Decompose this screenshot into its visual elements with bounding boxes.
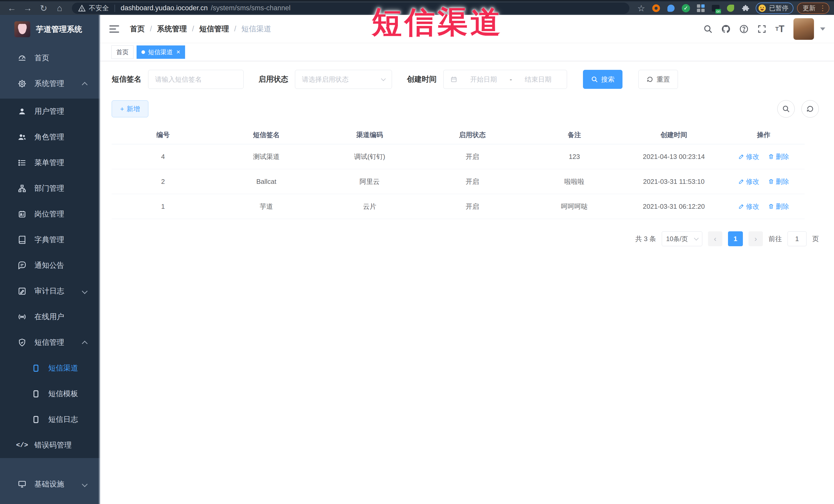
sidebar-item-audit-log[interactable]: 审计日志 xyxy=(0,278,100,304)
header-actions: TT xyxy=(700,18,834,40)
sidebar-item-label: 在线用户 xyxy=(35,312,64,322)
page-size-select[interactable]: 10条/页 xyxy=(662,231,702,246)
cell-code: 云片 xyxy=(318,202,421,211)
extension-orange-icon[interactable] xyxy=(650,2,663,14)
sidebar-submenu-system: 用户管理 角色管理 菜单管理 部门管理 岗位管理 字典管理 xyxy=(0,98,100,458)
cell-id: 2 xyxy=(112,178,214,185)
sidebar-item-menus[interactable]: 菜单管理 xyxy=(0,150,100,176)
date-start-placeholder[interactable]: 开始日期 xyxy=(462,75,506,84)
next-page-button[interactable]: › xyxy=(748,231,763,246)
user-avatar[interactable] xyxy=(793,18,814,40)
delete-link[interactable]: 删除 xyxy=(768,152,789,161)
breadcrumb-sms[interactable]: 短信管理 xyxy=(199,24,229,34)
github-icon[interactable] xyxy=(718,21,734,37)
help-icon[interactable] xyxy=(736,21,752,37)
breadcrumb-system[interactable]: 系统管理 xyxy=(157,24,187,34)
browser-refresh-icon[interactable]: ↻ xyxy=(37,2,51,14)
not-secure-label[interactable]: 不安全 xyxy=(89,4,109,13)
emoji-avatar-icon xyxy=(758,4,767,13)
sidebar-item-notices[interactable]: 通知公告 xyxy=(0,253,100,278)
breadcrumb: 首页 / 系统管理 / 短信管理 / 短信渠道 xyxy=(130,24,271,34)
annotation-overlay-text: 短信渠道 xyxy=(372,2,503,43)
breadcrumb-home[interactable]: 首页 xyxy=(130,24,145,34)
edit-square-icon xyxy=(18,287,27,296)
cell-created: 2021-03-31 06:12:20 xyxy=(625,202,723,211)
cell-code: 调试(钉钉) xyxy=(318,152,421,161)
edit-link[interactable]: 修改 xyxy=(738,152,759,161)
breadcrumb-separator: / xyxy=(192,25,194,33)
search-icon[interactable] xyxy=(700,21,716,37)
table-setting-buttons xyxy=(777,100,822,117)
sidebar-item-error-codes[interactable]: </> 错误码管理 xyxy=(0,432,100,458)
sidebar-item-sms-log[interactable]: 短信日志 xyxy=(0,407,100,432)
sidebar-item-dict[interactable]: 字典管理 xyxy=(0,227,100,253)
tab-home[interactable]: 首页 xyxy=(111,45,133,59)
sign-input[interactable] xyxy=(155,75,237,84)
refresh-table-button[interactable] xyxy=(802,100,819,117)
sidebar-item-users[interactable]: 用户管理 xyxy=(0,98,100,124)
profile-paused-pill[interactable]: 已暂停 xyxy=(756,3,793,14)
add-button[interactable]: + 新增 xyxy=(112,101,148,117)
close-icon[interactable]: × xyxy=(176,48,180,56)
font-size-icon[interactable]: TT xyxy=(772,21,788,37)
browser-home-icon[interactable]: ⌂ xyxy=(52,2,67,14)
url-separator xyxy=(114,5,115,12)
date-end-placeholder[interactable]: 结束日期 xyxy=(516,75,560,84)
document-icon xyxy=(31,415,41,424)
browser-update-button[interactable]: 更新 ⋮ xyxy=(797,3,829,14)
extension-on-badge-icon[interactable] xyxy=(709,2,722,14)
address-bar[interactable]: 不安全 dashboard.yudao.iocoder.cn/system/sm… xyxy=(72,3,630,14)
extension-check-icon[interactable]: ✓ xyxy=(679,2,693,14)
sidebar-item-system[interactable]: 系统管理 xyxy=(0,71,100,96)
extension-grid-icon[interactable] xyxy=(694,2,707,14)
extension-leaf-icon[interactable] xyxy=(724,2,737,14)
sidebar-item-label: 短信模板 xyxy=(48,389,78,399)
avatar-caret-down-icon[interactable] xyxy=(820,27,825,33)
tab-label: 首页 xyxy=(116,48,129,56)
refresh-icon xyxy=(646,76,654,83)
toggle-search-button[interactable] xyxy=(777,100,795,117)
sidebar-item-roles[interactable]: 角色管理 xyxy=(0,124,100,150)
page-number-current[interactable]: 1 xyxy=(728,231,743,246)
sidebar-item-label: 岗位管理 xyxy=(35,209,64,219)
date-range-picker[interactable]: 开始日期 - 结束日期 xyxy=(443,70,567,89)
browser-menu-kebab-icon[interactable]: ⋮ xyxy=(819,6,826,10)
goto-page-input[interactable] xyxy=(788,231,807,246)
date-separator: - xyxy=(510,75,512,84)
sidebar-item-label: 基础设施 xyxy=(35,479,64,489)
sidebar-item-sms[interactable]: 短信管理 xyxy=(0,330,100,355)
document-icon xyxy=(31,364,41,373)
app-title: 芋道管理系统 xyxy=(36,24,82,35)
col-header-actions: 操作 xyxy=(723,130,805,139)
browser-forward-icon[interactable]: → xyxy=(21,2,35,14)
tab-label: 短信渠道 xyxy=(148,48,173,56)
search-icon xyxy=(591,76,598,83)
sidebar-item-home[interactable]: 首页 xyxy=(0,45,100,71)
prev-page-button[interactable]: ‹ xyxy=(708,231,722,246)
delete-link[interactable]: 删除 xyxy=(768,202,789,211)
sidebar-item-online-users[interactable]: 在线用户 xyxy=(0,304,100,330)
cell-remark: 呵呵呵哒 xyxy=(524,202,625,211)
status-select[interactable]: 请选择启用状态 xyxy=(295,70,392,89)
sidebar-item-posts[interactable]: 岗位管理 xyxy=(0,201,100,227)
sidebar-item-infrastructure[interactable]: 基础设施 xyxy=(0,472,100,497)
edit-link[interactable]: 修改 xyxy=(738,177,759,186)
col-header-created: 创建时间 xyxy=(625,130,723,139)
edit-link[interactable]: 修改 xyxy=(738,202,759,211)
cell-status: 开启 xyxy=(421,152,524,161)
extensions-puzzle-icon[interactable] xyxy=(739,2,752,14)
reset-button[interactable]: 重置 xyxy=(638,70,678,89)
search-button[interactable]: 搜索 xyxy=(583,70,622,89)
sidebar-item-departments[interactable]: 部门管理 xyxy=(0,176,100,201)
fullscreen-icon[interactable] xyxy=(754,21,770,37)
extension-pin-icon[interactable] xyxy=(664,2,678,14)
sidebar-item-sms-channel[interactable]: 短信渠道 xyxy=(0,355,100,381)
sidebar-toggle-hamburger-icon[interactable] xyxy=(100,25,123,32)
bookmark-star-icon[interactable]: ☆ xyxy=(635,2,648,14)
app-logo-row[interactable]: 芋道管理系统 xyxy=(0,15,100,44)
sidebar-item-sms-template[interactable]: 短信模板 xyxy=(0,381,100,407)
delete-link[interactable]: 删除 xyxy=(768,177,789,186)
tab-sms-channel[interactable]: 短信渠道 × xyxy=(136,45,185,59)
browser-back-icon[interactable]: ← xyxy=(5,2,19,14)
col-header-sign: 短信签名 xyxy=(214,130,318,139)
